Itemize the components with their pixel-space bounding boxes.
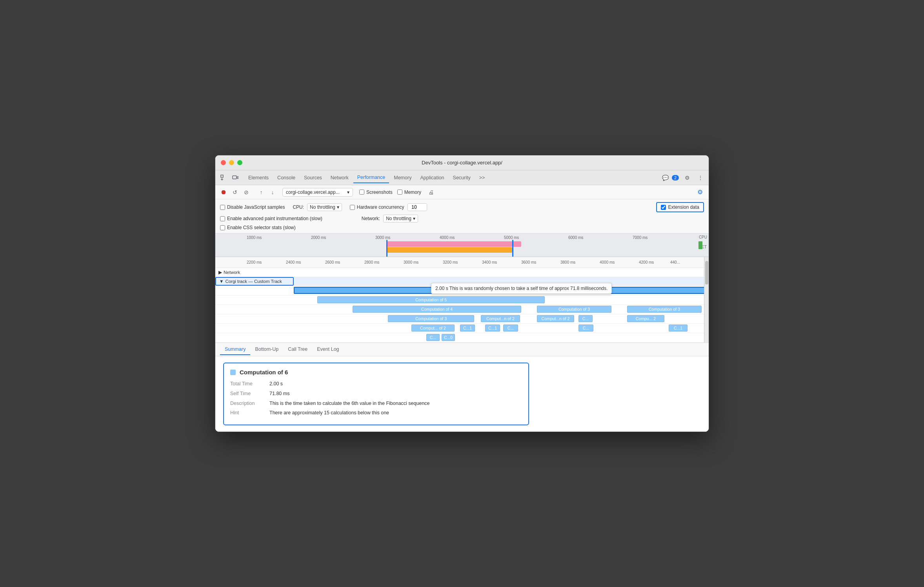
record-button[interactable]: ⏺	[218, 187, 229, 197]
comput-of-2e-bar[interactable]: Comput... of 2	[411, 324, 455, 332]
enable-css-checkbox[interactable]	[220, 225, 225, 230]
compu-2d-bar[interactable]: Compu... 2	[627, 315, 664, 322]
memory-checkbox-label[interactable]: Memory	[397, 190, 421, 195]
enable-paint-label[interactable]: Enable advanced paint instrumentation (s…	[220, 216, 322, 221]
total-time-row: Total Time 2.00 s	[230, 380, 522, 388]
timeline-overview[interactable]: 1000 ms 2000 ms 3000 ms 4000 ms 5000 ms …	[215, 233, 709, 257]
options-section: Disable JavaScript samples CPU: No throt…	[215, 199, 709, 233]
computation-3a-bar[interactable]: Computation of 3	[537, 306, 611, 313]
hardware-concurrency-checkbox[interactable]	[350, 205, 355, 210]
inspect-icon[interactable]	[218, 173, 229, 183]
c-bar-c[interactable]: C...	[578, 324, 593, 332]
tab-event-log[interactable]: Event Log	[312, 344, 344, 355]
flame-row-5: Computation of 5 2.00 s This is was rand…	[215, 295, 709, 305]
total-time-key: Total Time	[230, 380, 269, 388]
computation-3c-bar[interactable]: Computation of 3	[388, 315, 474, 322]
computation-5-bar[interactable]: Computation of 5	[317, 296, 545, 303]
tab-performance[interactable]: Performance	[353, 172, 389, 183]
url-dropdown-icon[interactable]: ▾	[347, 190, 349, 195]
upload-button[interactable]: ↑	[256, 187, 266, 197]
ruler-label-3000: 3000 ms	[375, 235, 440, 240]
network-dropdown[interactable]: No throttling ▾	[383, 215, 418, 222]
refresh-record-button[interactable]: ↺	[230, 187, 240, 197]
ruler-4200: 4200 ms	[639, 260, 654, 264]
extension-data-checkbox[interactable]	[661, 205, 666, 210]
clear-button[interactable]: ⊘	[241, 187, 251, 197]
c1-bar-c[interactable]: C...1	[485, 324, 500, 332]
computation-4-bar[interactable]: Computation of 4	[353, 306, 521, 313]
tab-summary[interactable]: Summary	[220, 344, 250, 355]
settings-icon[interactable]: ⚙	[682, 173, 692, 183]
computation-3b-bar[interactable]: Computation of 3	[627, 306, 702, 313]
flame-row-4-content: Computation of 4 Computation of 3 Comput…	[294, 305, 709, 314]
maximize-button[interactable]	[237, 160, 242, 165]
ruler-3400: 3400 ms	[482, 260, 497, 264]
ruler-2800: 2800 ms	[364, 260, 379, 264]
ruler-3600: 3600 ms	[521, 260, 536, 264]
screenshots-checkbox-label[interactable]: Screenshots	[359, 190, 393, 195]
scrollbar-thumb[interactable]	[705, 261, 708, 284]
hardware-concurrency-label[interactable]: Hardware concurrency	[350, 204, 404, 210]
flame-row-deepest-content: C... C...0	[294, 333, 709, 343]
tab-application[interactable]: Application	[416, 173, 448, 183]
self-time-value: 71.80 ms	[269, 390, 289, 397]
tooltip-text: This is was randomly chosen to take a se…	[449, 286, 608, 291]
ruler-4000: 4000 ms	[600, 260, 615, 264]
cpu-label: CPU:	[293, 204, 304, 210]
disable-js-checkbox[interactable]	[220, 205, 225, 210]
timeline-handle-left[interactable]	[386, 240, 387, 257]
timeline-bar-container	[247, 241, 697, 255]
custom-track-collapse-icon: ▼	[219, 279, 224, 284]
menu-icon[interactable]: ⋮	[695, 173, 706, 183]
hardware-concurrency-input[interactable]	[407, 203, 427, 211]
cpu-dropdown-icon: ▾	[337, 204, 339, 210]
ruler-label-2000: 2000 ms	[311, 235, 375, 240]
tab-memory[interactable]: Memory	[390, 173, 415, 183]
window-controls	[221, 160, 242, 165]
c-bar-a[interactable]: C...	[578, 315, 593, 322]
screenshots-checkbox[interactable]	[359, 190, 364, 195]
ruler-label-6000: 6000 ms	[568, 235, 633, 240]
timeline-main-bar	[386, 247, 512, 253]
tab-security[interactable]: Security	[449, 173, 475, 183]
title-bar: DevTools - corgi-collage.vercel.app/	[215, 155, 709, 170]
timeline-cpu-bar	[386, 241, 521, 247]
c1-bar-d[interactable]: C...1	[669, 324, 688, 332]
cpu-value: No throttling	[310, 204, 335, 210]
c0-bar-b[interactable]: C...0	[442, 334, 455, 341]
tab-bottom-up[interactable]: Bottom-Up	[250, 344, 283, 355]
ruler-2400: 2400 ms	[286, 260, 301, 264]
tab-sources[interactable]: Sources	[300, 173, 326, 183]
options-line-3: Enable CSS selector stats (slow)	[220, 224, 704, 232]
network-icon[interactable]: 🖨	[426, 187, 436, 197]
c1-bar-b[interactable]: C...1	[460, 324, 475, 332]
performance-settings-icon[interactable]: ⚙	[695, 187, 706, 198]
download-button[interactable]: ↓	[267, 187, 278, 197]
tab-network[interactable]: Network	[327, 173, 353, 183]
hardware-label-text: Hardware concurrency	[357, 204, 404, 210]
network-track-label[interactable]: ▶ Network	[215, 268, 266, 276]
cpu-dropdown[interactable]: No throttling ▾	[307, 203, 342, 211]
computation-2b-bar[interactable]: Comput...n of 2	[481, 315, 520, 322]
computation-2c-bar[interactable]: Comput...n of 2	[537, 315, 574, 322]
record-controls: ⏺ ↺ ⊘	[218, 187, 251, 197]
computation-5-label: Computation of 5	[415, 297, 447, 302]
tab-more[interactable]: >>	[475, 173, 489, 183]
disable-js-label[interactable]: Disable JavaScript samples	[220, 204, 285, 210]
c-bar-b[interactable]: C...	[503, 324, 518, 332]
device-icon[interactable]	[230, 173, 240, 183]
timeline-handle-right[interactable]	[512, 240, 513, 257]
enable-paint-checkbox[interactable]	[220, 216, 225, 221]
tab-console[interactable]: Console	[273, 173, 299, 183]
custom-track-label-text: Corgi track — Custom Track	[225, 279, 282, 284]
url-display: corgi-collage.vercel.app... ▾	[282, 188, 353, 197]
close-button[interactable]	[221, 160, 226, 165]
tab-call-tree[interactable]: Call Tree	[283, 344, 312, 355]
tab-elements[interactable]: Elements	[244, 173, 273, 183]
minimize-button[interactable]	[229, 160, 234, 165]
c-bar-d[interactable]: C...	[426, 334, 440, 341]
memory-checkbox[interactable]	[397, 190, 402, 195]
vertical-scrollbar[interactable]	[704, 257, 709, 343]
custom-track-label[interactable]: ▼ Corgi track — Custom Track	[215, 277, 294, 286]
enable-css-label[interactable]: Enable CSS selector stats (slow)	[220, 225, 296, 230]
